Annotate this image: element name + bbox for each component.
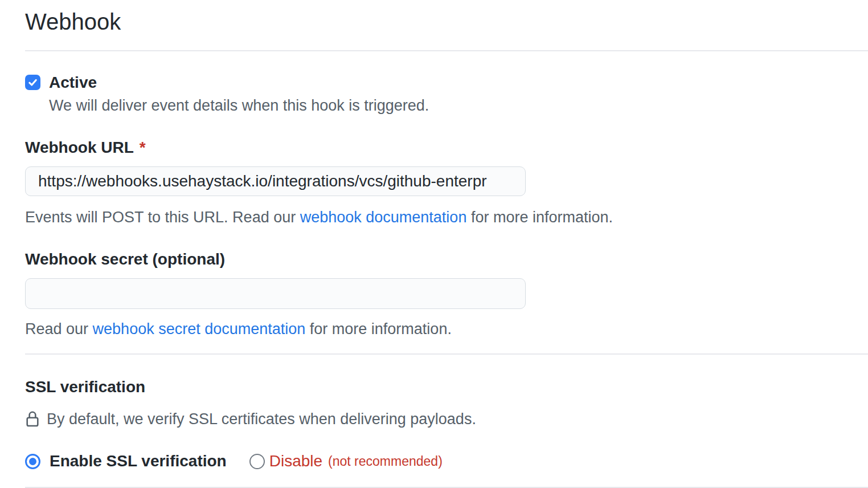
help-text: Events will POST to this URL. Read our	[25, 209, 300, 226]
active-checkbox-row: Active	[25, 75, 868, 90]
active-checkbox[interactable]	[25, 75, 40, 90]
webhook-secret-help: Read our webhook secret documentation fo…	[25, 319, 868, 339]
ssl-note: By default, we verify SSL certificates w…	[47, 409, 476, 429]
ssl-disable-note: (not recommended)	[328, 452, 443, 471]
check-icon	[27, 77, 38, 88]
divider	[25, 353, 868, 355]
ssl-verification-heading: SSL verification	[25, 377, 868, 397]
help-text: for more information.	[305, 320, 452, 337]
webhook-documentation-link[interactable]: webhook documentation	[300, 209, 467, 226]
active-label[interactable]: Active	[49, 73, 97, 92]
ssl-enable-label[interactable]: Enable SSL verification	[50, 452, 227, 471]
page-title: Webhook	[25, 8, 868, 35]
webhook-secret-input[interactable]	[25, 278, 526, 309]
webhook-url-help: Events will POST to this URL. Read our w…	[25, 208, 868, 227]
active-description: We will deliver event details when this …	[49, 96, 868, 115]
ssl-disable-label[interactable]: Disable	[269, 452, 322, 471]
ssl-disable-radio[interactable]	[249, 454, 265, 469]
webhook-url-label-text: Webhook URL	[25, 139, 134, 156]
required-asterisk: *	[140, 139, 146, 156]
help-text: Read our	[25, 320, 93, 337]
webhook-url-input[interactable]	[25, 166, 526, 196]
webhook-secret-documentation-link[interactable]: webhook secret documentation	[93, 320, 306, 337]
webhook-url-label: Webhook URL*	[25, 138, 868, 157]
webhook-settings-page: Webhook Active We will deliver event det…	[0, 0, 868, 488]
help-text: for more information.	[466, 209, 613, 226]
ssl-note-row: By default, we verify SSL certificates w…	[25, 409, 868, 429]
ssl-enable-radio[interactable]	[25, 454, 40, 469]
divider	[25, 50, 868, 51]
lock-icon	[25, 410, 40, 428]
ssl-verification-options: Enable SSL verification Disable (not rec…	[25, 452, 868, 471]
webhook-secret-label: Webhook secret (optional)	[25, 250, 868, 269]
